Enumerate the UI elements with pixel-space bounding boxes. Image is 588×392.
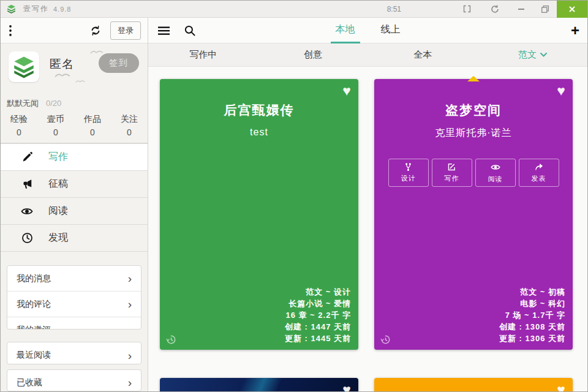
stat-experience: 经验 0 xyxy=(1,114,37,143)
pencil-icon xyxy=(21,151,33,164)
card-title: 后宫甄嬛传 xyxy=(160,102,358,119)
checkin-button[interactable]: 签到 xyxy=(99,53,139,73)
close-button[interactable] xyxy=(557,1,587,18)
sidebar-item-reading[interactable]: 阅读 xyxy=(1,198,148,225)
filter-complete[interactable]: 全本 xyxy=(368,49,478,61)
main-area: 本地 线上 + 写作中 创意 全本 范文 ♥ xyxy=(148,18,587,391)
restore-icon xyxy=(541,5,549,13)
local-online-tabs: 本地 线上 xyxy=(148,18,587,43)
level-title: 默默无闻 xyxy=(7,98,39,109)
recent-reading-group: 最近阅读 › xyxy=(7,342,141,364)
level-progress: 0/20 xyxy=(46,99,61,108)
publish-button[interactable]: 发表 xyxy=(519,159,559,187)
login-button[interactable]: 登录 xyxy=(110,21,141,40)
filter-ideas[interactable]: 创意 xyxy=(258,49,368,61)
work-card-inception[interactable]: ♥ 盗梦空间 克里斯托弗·诺兰 设计 xyxy=(374,79,573,350)
eye-icon xyxy=(21,205,33,217)
sidebar-item-discover[interactable]: 发现 xyxy=(1,225,148,252)
link-label: 我的消息 xyxy=(17,273,51,284)
filter-in-progress[interactable]: 写作中 xyxy=(148,49,258,61)
history-icon xyxy=(166,334,176,345)
favorites-group: 已收藏 › xyxy=(7,369,141,391)
chevron-down-icon xyxy=(540,53,547,57)
refresh-button[interactable] xyxy=(90,25,101,36)
category-dropdown[interactable]: 范文 xyxy=(478,49,587,61)
edit-icon xyxy=(447,162,456,172)
action-label: 阅读 xyxy=(488,175,503,184)
profile-stats: 经验 0 壹币 0 作品 0 关注 0 xyxy=(1,111,148,143)
reload-icon xyxy=(490,4,500,14)
sidebar-item-my-comments[interactable]: 我的评论 › xyxy=(7,292,141,317)
fullscreen-icon xyxy=(462,4,472,13)
card-subtitle: 克里斯托弗·诺兰 xyxy=(374,127,573,140)
cards-grid: ♥ 后宫甄嬛传 test 范文 ~ 设计 长篇小说 ~ 爱情 16 章 ~ 2.… xyxy=(148,67,587,391)
chevron-right-icon: › xyxy=(128,273,132,284)
favorite-heart-icon[interactable]: ♥ xyxy=(557,83,565,99)
titlebar: 壹写作 4.9.8 8:51 xyxy=(1,1,587,18)
card-title: 盗梦空间 xyxy=(374,102,573,119)
sidebar-item-favorites[interactable]: 已收藏 › xyxy=(7,370,141,391)
my-links-group: 我的消息 › 我的评论 › 我的邀评 › xyxy=(7,265,141,330)
publish-icon xyxy=(534,162,543,172)
fullscreen-button[interactable] xyxy=(453,1,481,18)
sidebar-item-label: 发现 xyxy=(48,232,68,244)
bird-decoration-icon xyxy=(75,79,85,84)
design-button[interactable]: 设计 xyxy=(388,159,429,187)
restore-button[interactable] xyxy=(533,1,557,18)
tab-online[interactable]: 线上 xyxy=(376,18,405,43)
sidebar-item-my-messages[interactable]: 我的消息 › xyxy=(7,266,141,292)
card-subtitle: test xyxy=(160,127,358,138)
link-label: 我的邀评 xyxy=(17,325,51,330)
minimize-icon xyxy=(518,9,524,10)
read-button[interactable]: 阅读 xyxy=(475,159,516,187)
clock-icon xyxy=(21,232,33,244)
stat-coins: 壹币 0 xyxy=(37,114,74,143)
app-window: 壹写作 4.9.8 8:51 xyxy=(0,0,588,392)
work-card-navy[interactable]: ♥ xyxy=(160,378,358,391)
bird-decoration-icon xyxy=(55,72,70,79)
bird-decoration-icon xyxy=(90,49,104,55)
main-toolbar: 本地 线上 + xyxy=(148,18,587,43)
sidebar-toolbar: 登录 xyxy=(1,18,148,43)
work-card-houggong[interactable]: ♥ 后宫甄嬛传 test 范文 ~ 设计 长篇小说 ~ 爱情 16 章 ~ 2.… xyxy=(160,79,358,350)
card-actions: 设计 写作 xyxy=(374,159,573,187)
kebab-menu-icon[interactable] xyxy=(9,24,12,37)
megaphone-icon xyxy=(21,178,33,190)
sidebar-item-recent-reading[interactable]: 最近阅读 › xyxy=(7,342,141,364)
reload-button[interactable] xyxy=(481,1,509,18)
card-meta: 范文 ~ 初稿 电影 ~ 科幻 7 场 ~ 1.7千 字 创建 : 1308 天… xyxy=(499,286,565,344)
link-label: 已收藏 xyxy=(17,377,42,388)
sidebar-menu: 写作 征稿 xyxy=(1,143,148,252)
sidebar-item-my-review-invites[interactable]: 我的邀评 › xyxy=(7,317,141,330)
sidebar-item-writing[interactable]: 写作 xyxy=(1,144,148,171)
history-button[interactable] xyxy=(166,334,176,345)
history-button[interactable] xyxy=(380,334,391,345)
sidebar-item-label: 写作 xyxy=(48,151,68,164)
tab-local[interactable]: 本地 xyxy=(331,18,360,43)
favorite-heart-icon[interactable]: ♥ xyxy=(557,382,565,391)
avatar-layers-icon xyxy=(11,54,37,80)
app-logo-icon xyxy=(6,4,17,14)
close-icon xyxy=(568,6,576,13)
stat-works: 作品 0 xyxy=(74,114,111,143)
minimize-button[interactable] xyxy=(509,1,533,18)
sidebar-item-submissions[interactable]: 征稿 xyxy=(1,171,148,198)
history-icon xyxy=(380,334,391,345)
avatar[interactable] xyxy=(9,51,39,82)
sidebar-item-label: 阅读 xyxy=(48,205,68,217)
filter-bar: 写作中 创意 全本 范文 xyxy=(148,43,587,67)
chevron-right-icon: › xyxy=(128,377,132,388)
work-card-orange[interactable]: ♥ xyxy=(374,378,573,391)
chevron-right-icon: › xyxy=(128,350,132,361)
favorite-heart-icon[interactable]: ♥ xyxy=(342,83,351,99)
sidebar: 登录 匿名 xyxy=(1,18,148,391)
add-work-button[interactable]: + xyxy=(571,23,579,38)
write-button[interactable]: 写作 xyxy=(432,159,472,187)
eye-icon xyxy=(491,162,500,172)
refresh-icon xyxy=(90,25,101,36)
favorite-heart-icon[interactable]: ♥ xyxy=(342,382,351,391)
action-label: 设计 xyxy=(401,174,416,183)
app-title: 壹写作 xyxy=(23,4,49,14)
app-version: 4.9.8 xyxy=(53,6,71,13)
selected-indicator-triangle xyxy=(467,76,480,81)
